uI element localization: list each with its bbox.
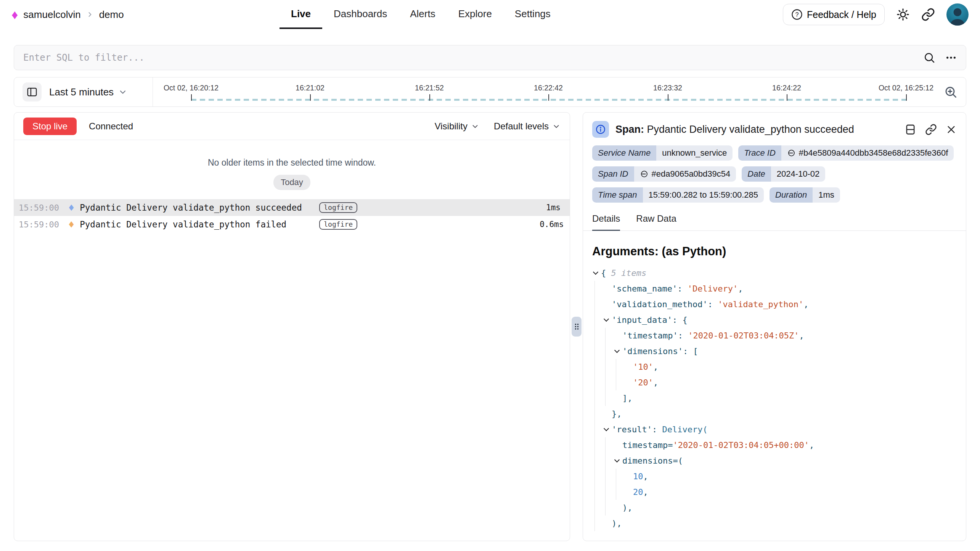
indent-guide	[605, 500, 606, 516]
indent-guide	[594, 500, 595, 516]
indent-guide	[594, 422, 595, 437]
link-chain-icon[interactable]	[787, 149, 795, 157]
attr-time-span: Time span 15:59:00.282 to 15:59:00.285	[592, 187, 764, 203]
timeline-tick	[310, 94, 311, 101]
chevron-down-icon	[118, 87, 127, 97]
code-line: 'dimensions': [	[592, 343, 957, 359]
indent-guide	[616, 484, 616, 500]
timeline[interactable]: Oct 02, 16:20:12 16:21:02 16:21:52 16:22…	[153, 77, 966, 106]
attr-value: 1ms	[818, 190, 834, 200]
sql-filter-input[interactable]	[23, 52, 923, 63]
question-circle-icon: ?	[791, 9, 803, 20]
timeline-tick	[906, 94, 907, 101]
timeline-tick-label: 16:21:52	[415, 84, 444, 92]
code-line: { 5 items	[592, 265, 957, 281]
code-line: ),	[592, 500, 957, 516]
search-icon[interactable]	[923, 52, 935, 64]
collapse-caret-icon[interactable]	[614, 348, 620, 353]
log-time: 15:59:00	[19, 203, 61, 213]
toggle-sidebar-button[interactable]	[22, 82, 42, 102]
breadcrumb-project[interactable]: demo	[99, 9, 124, 21]
more-options-icon[interactable]	[945, 52, 957, 63]
attr-value: #b4e5809a440dbb3458e68d2335fe360f	[799, 148, 948, 158]
span-title-prefix: Span:	[615, 124, 644, 135]
close-icon[interactable]	[946, 124, 957, 135]
zoom-in-icon[interactable]	[944, 85, 958, 99]
attr-label: Date	[742, 166, 771, 182]
code-line: 'timestamp': '2020-01-02T03:04:05Z',	[592, 328, 957, 343]
indent-guide	[594, 312, 595, 328]
stop-live-button[interactable]: Stop live	[23, 118, 77, 135]
code-line: '10',	[592, 359, 957, 375]
link-chain-icon[interactable]	[640, 170, 648, 178]
chevron-down-icon	[552, 122, 561, 130]
connection-status: Connected	[89, 121, 133, 132]
breadcrumb: ♦ samuelcolvin demo	[11, 8, 124, 21]
log-row-failed[interactable]: 15:59:00 ♦ Pydantic Delivery validate_py…	[14, 216, 570, 233]
indent-guide	[594, 406, 595, 422]
arguments-code-tree: { 5 items 'schema_name': 'Delivery', 'va…	[592, 265, 957, 531]
span-title: Span: Pydantic Delivery validate_python …	[615, 124, 854, 135]
log-duration: 1ms	[540, 203, 561, 212]
attr-label: Span ID	[592, 166, 634, 182]
attr-value: unknown_service	[662, 148, 727, 158]
timeline-tick	[668, 94, 668, 101]
timeline-tick-label: Oct 02, 16:25:12	[879, 84, 933, 92]
indent-guide	[605, 343, 606, 359]
code-line: 'input_data': {	[592, 312, 957, 328]
attr-date: Date 2024-10-02	[742, 166, 825, 182]
indent-guide	[616, 359, 616, 375]
collapse-caret-icon[interactable]	[604, 316, 609, 322]
log-row-succeeded[interactable]: 15:59:00 ♦ Pydantic Delivery validate_py…	[14, 199, 570, 216]
code-line: ),	[592, 516, 957, 531]
time-range-dropdown[interactable]: Last 5 minutes	[49, 86, 127, 98]
code-line: timestamp='2020-01-02T03:04:05+00:00',	[592, 437, 957, 453]
collapse-caret-icon[interactable]	[604, 426, 609, 431]
breadcrumb-org[interactable]: samuelcolvin	[23, 9, 80, 21]
docs-panel-icon[interactable]	[904, 124, 916, 135]
indent-guide	[594, 375, 595, 390]
theme-toggle-sun-icon[interactable]	[896, 8, 910, 21]
tab-live[interactable]: Live	[280, 0, 322, 29]
timeline-tick	[429, 94, 430, 101]
attr-value: #eda9065a0bd39c54	[652, 169, 731, 179]
attr-service-name: Service Name unknown_service	[592, 145, 733, 161]
tab-explore[interactable]: Explore	[447, 0, 503, 29]
tab-dashboards[interactable]: Dashboards	[322, 0, 398, 29]
visibility-dropdown[interactable]: Visibility	[435, 121, 479, 132]
chevron-down-icon	[471, 122, 479, 130]
default-levels-dropdown[interactable]: Default levels	[494, 121, 561, 132]
attr-duration: Duration 1ms	[770, 187, 840, 203]
span-attributes: Service Name unknown_service Trace ID #b…	[583, 144, 966, 203]
attr-label: Service Name	[592, 145, 656, 161]
indent-guide	[594, 469, 595, 484]
code-line: dimensions=(	[592, 453, 957, 469]
collapse-caret-icon[interactable]	[593, 269, 598, 275]
main-nav: Live Dashboards Alerts Explore Settings	[280, 0, 562, 29]
logfire-tag: logfire	[319, 202, 357, 213]
indent-guide	[605, 437, 606, 453]
log-time: 15:59:00	[19, 220, 61, 229]
time-range-bar: Last 5 minutes Oct 02, 16:20:12 16:21:02…	[14, 77, 966, 107]
default-levels-label: Default levels	[494, 121, 549, 132]
share-link-icon[interactable]	[921, 8, 935, 21]
user-avatar[interactable]	[946, 3, 969, 26]
indent-guide	[605, 469, 606, 484]
code-line: '20',	[592, 375, 957, 390]
date-chip-today[interactable]: Today	[273, 175, 310, 190]
feedback-help-button[interactable]: ? Feedback / Help	[783, 4, 885, 25]
attr-value: 2024-10-02	[777, 169, 820, 179]
indent-guide	[594, 343, 595, 359]
drag-handle[interactable]	[572, 317, 582, 337]
svg-text:?: ?	[795, 11, 798, 18]
log-duration: 0.6ms	[540, 220, 564, 229]
collapse-caret-icon[interactable]	[614, 457, 620, 462]
copy-link-icon[interactable]	[925, 124, 937, 135]
tab-settings[interactable]: Settings	[503, 0, 562, 29]
timeline-tick-label: 16:24:22	[772, 84, 801, 92]
tab-details[interactable]: Details	[592, 213, 620, 231]
tab-alerts[interactable]: Alerts	[398, 0, 447, 29]
span-detail-panel: Span: Pydantic Delivery validate_python …	[583, 112, 966, 541]
tab-raw-data[interactable]: Raw Data	[636, 213, 676, 230]
visibility-label: Visibility	[435, 121, 468, 132]
